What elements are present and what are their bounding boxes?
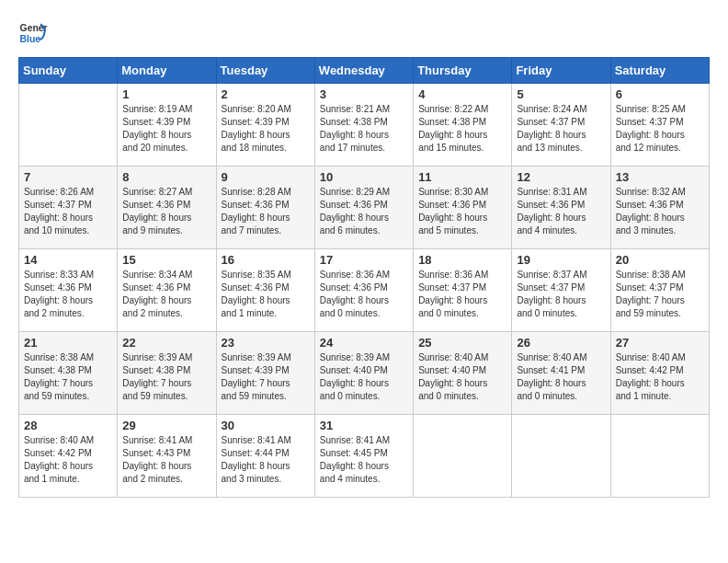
day-info: Sunrise: 8:29 AM Sunset: 4:36 PM Dayligh… bbox=[320, 186, 408, 237]
day-info: Sunrise: 8:40 AM Sunset: 4:40 PM Dayligh… bbox=[418, 351, 506, 403]
weekday-header-saturday: Saturday bbox=[610, 58, 709, 84]
day-number: 9 bbox=[222, 170, 310, 184]
calendar-cell: 26Sunrise: 8:40 AM Sunset: 4:41 PM Dayli… bbox=[512, 332, 610, 415]
day-number: 31 bbox=[320, 419, 408, 432]
calendar-cell bbox=[610, 415, 709, 498]
day-number: 19 bbox=[517, 253, 605, 267]
weekday-header-tuesday: Tuesday bbox=[216, 58, 314, 84]
day-number: 14 bbox=[24, 253, 112, 267]
calendar-cell: 22Sunrise: 8:39 AM Sunset: 4:38 PM Dayli… bbox=[118, 332, 216, 415]
day-info: Sunrise: 8:27 AM Sunset: 4:36 PM Dayligh… bbox=[122, 186, 210, 237]
calendar-cell: 14Sunrise: 8:33 AM Sunset: 4:36 PM Dayli… bbox=[19, 249, 118, 332]
calendar-cell: 3Sunrise: 8:21 AM Sunset: 4:38 PM Daylig… bbox=[314, 84, 413, 167]
page-header: General Blue bbox=[18, 18, 710, 48]
day-number: 15 bbox=[122, 253, 210, 267]
day-info: Sunrise: 8:41 AM Sunset: 4:43 PM Dayligh… bbox=[122, 434, 210, 486]
calendar-cell: 20Sunrise: 8:38 AM Sunset: 4:37 PM Dayli… bbox=[610, 249, 709, 332]
day-info: Sunrise: 8:34 AM Sunset: 4:36 PM Dayligh… bbox=[122, 269, 210, 320]
day-info: Sunrise: 8:38 AM Sunset: 4:38 PM Dayligh… bbox=[24, 351, 112, 403]
calendar-cell: 23Sunrise: 8:39 AM Sunset: 4:39 PM Dayli… bbox=[216, 332, 314, 415]
day-info: Sunrise: 8:22 AM Sunset: 4:38 PM Dayligh… bbox=[418, 103, 506, 155]
calendar-cell bbox=[512, 415, 610, 498]
day-info: Sunrise: 8:19 AM Sunset: 4:39 PM Dayligh… bbox=[122, 103, 210, 155]
day-info: Sunrise: 8:20 AM Sunset: 4:39 PM Dayligh… bbox=[222, 103, 310, 155]
day-number: 17 bbox=[320, 253, 408, 267]
calendar-cell: 9Sunrise: 8:28 AM Sunset: 4:36 PM Daylig… bbox=[216, 167, 314, 249]
day-number: 30 bbox=[222, 419, 310, 432]
day-number: 26 bbox=[517, 336, 605, 350]
week-row-1: 1Sunrise: 8:19 AM Sunset: 4:39 PM Daylig… bbox=[19, 84, 710, 167]
calendar-cell bbox=[414, 415, 512, 498]
day-number: 27 bbox=[616, 336, 704, 350]
svg-text:Blue: Blue bbox=[20, 34, 41, 44]
day-number: 29 bbox=[122, 419, 210, 432]
weekday-header-sunday: Sunday bbox=[19, 58, 118, 84]
day-info: Sunrise: 8:25 AM Sunset: 4:37 PM Dayligh… bbox=[616, 103, 704, 155]
calendar-cell: 4Sunrise: 8:22 AM Sunset: 4:38 PM Daylig… bbox=[414, 84, 512, 167]
calendar-cell: 1Sunrise: 8:19 AM Sunset: 4:39 PM Daylig… bbox=[118, 84, 216, 167]
day-info: Sunrise: 8:36 AM Sunset: 4:36 PM Dayligh… bbox=[320, 269, 408, 320]
calendar-cell: 21Sunrise: 8:38 AM Sunset: 4:38 PM Dayli… bbox=[19, 332, 118, 415]
day-info: Sunrise: 8:39 AM Sunset: 4:39 PM Dayligh… bbox=[222, 351, 310, 403]
day-info: Sunrise: 8:33 AM Sunset: 4:36 PM Dayligh… bbox=[24, 269, 112, 320]
day-info: Sunrise: 8:40 AM Sunset: 4:42 PM Dayligh… bbox=[616, 351, 704, 403]
weekday-header-monday: Monday bbox=[118, 58, 216, 84]
calendar-cell: 29Sunrise: 8:41 AM Sunset: 4:43 PM Dayli… bbox=[118, 415, 216, 498]
day-info: Sunrise: 8:21 AM Sunset: 4:38 PM Dayligh… bbox=[320, 103, 408, 155]
calendar-cell: 25Sunrise: 8:40 AM Sunset: 4:40 PM Dayli… bbox=[414, 332, 512, 415]
day-number: 1 bbox=[122, 87, 210, 101]
day-info: Sunrise: 8:28 AM Sunset: 4:36 PM Dayligh… bbox=[222, 186, 310, 237]
day-number: 22 bbox=[122, 336, 210, 350]
day-number: 25 bbox=[418, 336, 506, 350]
day-number: 12 bbox=[517, 170, 605, 184]
week-row-4: 21Sunrise: 8:38 AM Sunset: 4:38 PM Dayli… bbox=[19, 332, 710, 415]
day-number: 11 bbox=[418, 170, 506, 184]
day-number: 24 bbox=[320, 336, 408, 350]
day-number: 13 bbox=[616, 170, 704, 184]
day-number: 16 bbox=[222, 253, 310, 267]
day-info: Sunrise: 8:39 AM Sunset: 4:38 PM Dayligh… bbox=[122, 351, 210, 403]
day-number: 5 bbox=[517, 87, 605, 101]
day-number: 23 bbox=[222, 336, 310, 350]
calendar-table: SundayMondayTuesdayWednesdayThursdayFrid… bbox=[18, 57, 710, 498]
calendar-cell: 19Sunrise: 8:37 AM Sunset: 4:37 PM Dayli… bbox=[512, 249, 610, 332]
day-info: Sunrise: 8:24 AM Sunset: 4:37 PM Dayligh… bbox=[517, 103, 605, 155]
week-row-3: 14Sunrise: 8:33 AM Sunset: 4:36 PM Dayli… bbox=[19, 249, 710, 332]
week-row-2: 7Sunrise: 8:26 AM Sunset: 4:37 PM Daylig… bbox=[19, 167, 710, 249]
day-info: Sunrise: 8:41 AM Sunset: 4:45 PM Dayligh… bbox=[320, 434, 408, 486]
calendar-cell: 6Sunrise: 8:25 AM Sunset: 4:37 PM Daylig… bbox=[610, 84, 709, 167]
day-info: Sunrise: 8:31 AM Sunset: 4:36 PM Dayligh… bbox=[517, 186, 605, 237]
day-info: Sunrise: 8:39 AM Sunset: 4:40 PM Dayligh… bbox=[320, 351, 408, 403]
day-number: 7 bbox=[24, 170, 112, 184]
calendar-cell bbox=[19, 84, 118, 167]
calendar-cell: 15Sunrise: 8:34 AM Sunset: 4:36 PM Dayli… bbox=[118, 249, 216, 332]
calendar-cell: 16Sunrise: 8:35 AM Sunset: 4:36 PM Dayli… bbox=[216, 249, 314, 332]
day-number: 6 bbox=[616, 87, 704, 101]
calendar-cell: 5Sunrise: 8:24 AM Sunset: 4:37 PM Daylig… bbox=[512, 84, 610, 167]
day-info: Sunrise: 8:30 AM Sunset: 4:36 PM Dayligh… bbox=[418, 186, 506, 237]
calendar-cell: 12Sunrise: 8:31 AM Sunset: 4:36 PM Dayli… bbox=[512, 167, 610, 249]
day-number: 21 bbox=[24, 336, 112, 350]
logo: General Blue bbox=[18, 18, 48, 48]
day-number: 3 bbox=[320, 87, 408, 101]
day-number: 20 bbox=[616, 253, 704, 267]
weekday-header-wednesday: Wednesday bbox=[314, 58, 413, 84]
day-number: 2 bbox=[222, 87, 310, 101]
weekday-header-row: SundayMondayTuesdayWednesdayThursdayFrid… bbox=[19, 58, 710, 84]
day-info: Sunrise: 8:26 AM Sunset: 4:37 PM Dayligh… bbox=[24, 186, 112, 237]
day-number: 18 bbox=[418, 253, 506, 267]
day-info: Sunrise: 8:36 AM Sunset: 4:37 PM Dayligh… bbox=[418, 269, 506, 320]
calendar-cell: 24Sunrise: 8:39 AM Sunset: 4:40 PM Dayli… bbox=[314, 332, 413, 415]
weekday-header-friday: Friday bbox=[512, 58, 610, 84]
day-info: Sunrise: 8:32 AM Sunset: 4:36 PM Dayligh… bbox=[616, 186, 704, 237]
day-number: 10 bbox=[320, 170, 408, 184]
calendar-cell: 7Sunrise: 8:26 AM Sunset: 4:37 PM Daylig… bbox=[19, 167, 118, 249]
calendar-cell: 11Sunrise: 8:30 AM Sunset: 4:36 PM Dayli… bbox=[414, 167, 512, 249]
day-info: Sunrise: 8:40 AM Sunset: 4:42 PM Dayligh… bbox=[24, 434, 112, 486]
logo-icon: General Blue bbox=[18, 18, 48, 48]
day-info: Sunrise: 8:37 AM Sunset: 4:37 PM Dayligh… bbox=[517, 269, 605, 320]
calendar-cell: 10Sunrise: 8:29 AM Sunset: 4:36 PM Dayli… bbox=[314, 167, 413, 249]
calendar-cell: 17Sunrise: 8:36 AM Sunset: 4:36 PM Dayli… bbox=[314, 249, 413, 332]
calendar-cell: 31Sunrise: 8:41 AM Sunset: 4:45 PM Dayli… bbox=[314, 415, 413, 498]
calendar-cell: 30Sunrise: 8:41 AM Sunset: 4:44 PM Dayli… bbox=[216, 415, 314, 498]
